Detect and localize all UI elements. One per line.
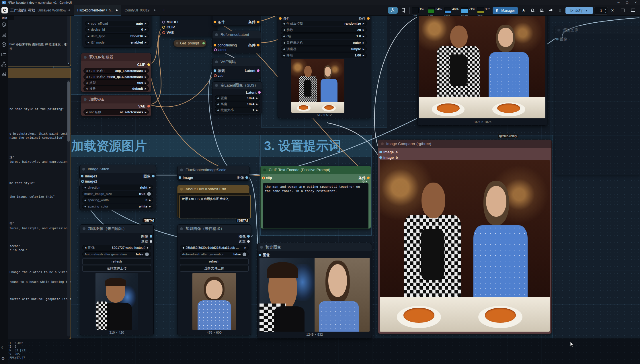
bookmark-icon[interactable]	[400, 7, 407, 14]
latent-out-dot[interactable]	[258, 91, 261, 94]
model-library-icon[interactable]	[1, 42, 7, 47]
widget-value[interactable]: 1024	[247, 102, 254, 106]
window-titlebar[interactable]: C *Flux-kcontent-dev + nunchaku_v1 - Com…	[0, 0, 640, 5]
node-ksampler[interactable]: 条件 条件 ◀生成后控制randomize▶ ◀步数20▶ ◀cfg1.0▶ ◀…	[278, 9, 371, 118]
sidebar[interactable]: ☾ ⚙	[0, 15, 8, 364]
node-preview-stitched[interactable]: 预览图像 图像 1248 × 832	[257, 243, 372, 338]
vae-slot-dot[interactable]	[162, 31, 165, 34]
input-slot-cond[interactable]: 条件	[283, 16, 290, 21]
prev-arrow[interactable]: ◀	[283, 48, 285, 50]
next-arrow[interactable]: ▶	[145, 82, 147, 84]
cond-out-dot[interactable]	[257, 44, 259, 46]
latent-in-dot[interactable]	[214, 48, 217, 51]
node-load-image-2[interactable]: 加载图像（来自输出） 图像 遮罩 ◀25bfd62f8d30e1ddd216bd…	[177, 224, 251, 335]
circle-icon[interactable]: ○	[360, 180, 362, 183]
cond-out-dot[interactable]	[367, 17, 370, 20]
cancel-run-icon[interactable]: ✕	[609, 7, 616, 14]
cond-out-dot[interactable]	[367, 177, 370, 179]
collapse-dot-icon[interactable]	[215, 84, 218, 87]
image-in-dot[interactable]	[259, 254, 261, 256]
node-load-image-1[interactable]: 加载图像（来自输出） 图像 遮罩 ◀图像3201727.webp [output…	[80, 224, 154, 335]
decrement-arrow[interactable]: ◀	[283, 35, 285, 38]
bottom-panel-icon[interactable]	[630, 7, 637, 14]
mask-out-dot[interactable]	[150, 240, 152, 243]
node-header[interactable]: 预览图像	[257, 243, 372, 251]
output-slot-mask[interactable]: 遮罩	[141, 239, 148, 244]
prev-arrow[interactable]: ◀	[283, 42, 285, 44]
input-slot-latent[interactable]: latent	[218, 48, 227, 52]
widget-value[interactable]: white	[139, 205, 147, 208]
node-header[interactable]: 空Latent图像（SD3）	[212, 82, 262, 89]
clip-in-dot[interactable]	[262, 177, 265, 179]
decrement-arrow[interactable]: ◀	[87, 35, 89, 38]
prev-arrow[interactable]: ◀	[84, 186, 86, 189]
node-image-comparer[interactable]: Image Comparer (rgthree) image_a image_b	[378, 140, 552, 334]
widget-value[interactable]: bfloat16	[130, 34, 143, 38]
node-kontext-scale[interactable]: FluxKontextImageScale image 图像	[177, 166, 249, 181]
image-out-dot[interactable]	[150, 235, 152, 238]
increment-arrow[interactable]: ▶	[256, 97, 258, 99]
gallery-icon[interactable]	[1, 71, 7, 77]
node-empty-latent[interactable]: 空Latent图像（SD3） Latent ◀宽度1024▶ ◀高度1024▶ …	[212, 81, 262, 114]
widget-value[interactable]: randomize	[344, 22, 361, 25]
clip-slot-dot[interactable]	[162, 26, 165, 29]
image-out-dot[interactable]	[247, 235, 250, 238]
output-slot-cond[interactable]: 条件	[358, 16, 366, 21]
widget-value[interactable]: flux	[137, 81, 143, 85]
preview-image[interactable]	[419, 12, 545, 118]
widget-value[interactable]: false	[233, 253, 241, 256]
toggle-knob[interactable]	[145, 253, 149, 256]
prompt-textarea[interactable]: the man and woman are eating spaghetti t…	[263, 183, 368, 228]
loaded-image[interactable]	[192, 273, 236, 330]
widget-value[interactable]: 1.00	[354, 54, 361, 57]
input-slot-image-a[interactable]: image_a	[383, 150, 398, 154]
widget-value[interactable]: clip_l.safetensors	[115, 69, 143, 73]
decrement-arrow[interactable]: ◀	[87, 41, 89, 44]
note-body[interactable]: 使用 Ctrl + B 来启用多张图片输入	[179, 195, 251, 218]
widget-value[interactable]: right	[140, 186, 147, 189]
input-slot-image[interactable]: image	[183, 175, 193, 180]
node-preview-1024[interactable]: 1024 × 1024	[417, 9, 547, 126]
node-header[interactable]: 加载VAE	[81, 95, 151, 103]
prev-arrow[interactable]: ◀	[86, 70, 87, 72]
input-slot-cond[interactable]: 条件	[218, 20, 225, 24]
toggle-knob[interactable]	[147, 192, 151, 196]
widget-value[interactable]: ae.safetensors	[120, 110, 143, 114]
input-slot-image-b[interactable]: image_b	[383, 155, 398, 160]
node-header[interactable]: 预览图像	[555, 26, 640, 34]
prev-arrow[interactable]: ◀	[86, 87, 87, 90]
preview-image[interactable]	[259, 258, 370, 332]
widget-value[interactable]: 1024	[247, 96, 254, 100]
templates-icon-button[interactable]	[388, 7, 398, 14]
note-header[interactable]	[8, 68, 71, 78]
settings-gear-icon[interactable]: ⚙	[1, 356, 7, 361]
output-slot-image[interactable]: 图像	[143, 174, 151, 179]
prev-arrow[interactable]: ◀	[86, 82, 87, 84]
output-slot-image[interactable]: 图像	[141, 234, 148, 239]
node-vae-encode[interactable]: VAE编码 像素 Latent vae	[212, 58, 261, 79]
node-header[interactable]: 双CLIP加载器	[81, 53, 151, 61]
next-arrow[interactable]: ▶	[363, 42, 364, 44]
widget-value[interactable]: 1.0	[356, 34, 361, 38]
vae-in-dot[interactable]	[214, 74, 217, 77]
increment-arrow[interactable]: ▶	[363, 29, 364, 31]
spinner-up-icon[interactable]: ▲	[605, 8, 606, 10]
refresh-button[interactable]: refresh	[82, 258, 151, 265]
speaker-icon[interactable]: ◂	[366, 180, 368, 183]
widget-value[interactable]: true	[139, 192, 145, 195]
output-slot-image[interactable]: 图像	[239, 234, 246, 239]
pixels-in-dot[interactable]	[214, 69, 216, 72]
chevron-down-icon[interactable]: ▼	[585, 9, 588, 12]
note-body[interactable]: he same style of the painting" e brushst…	[8, 78, 71, 339]
widget-value[interactable]: default	[132, 87, 143, 90]
collapse-dot-icon[interactable]	[215, 33, 218, 36]
refresh-button[interactable]: refresh	[180, 258, 249, 265]
node-header[interactable]: VAE编码	[212, 58, 261, 66]
input-slot-image2[interactable]: image2	[85, 179, 97, 184]
widget-value[interactable]: false	[136, 253, 143, 256]
decrement-arrow[interactable]: ◀	[87, 28, 89, 31]
image1-in-dot[interactable]	[81, 175, 83, 177]
sampler-preview-image[interactable]	[291, 59, 344, 113]
next-arrow[interactable]: ▶	[145, 70, 147, 72]
widget-value[interactable]: 0	[145, 198, 147, 202]
